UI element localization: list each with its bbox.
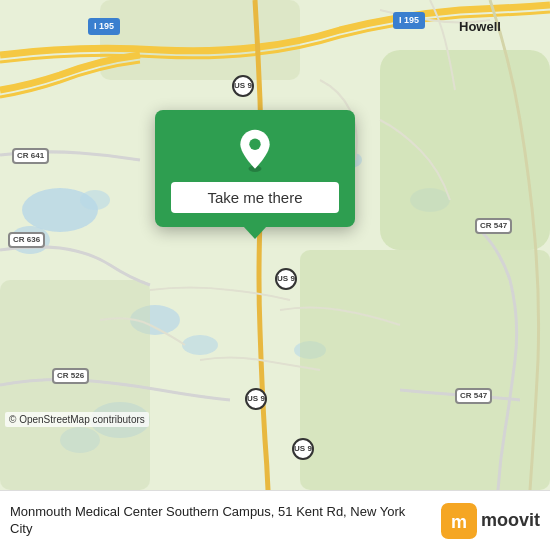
svg-point-16 [249,139,260,150]
road-label-cr636: CR 636 [8,232,45,248]
address-text: Monmouth Medical Center Southern Campus,… [10,504,431,538]
map-view: I 195 I 195 US 9 US 9 US 9 US 9 CR 641 C… [0,0,550,490]
road-label-i195-left: I 195 [88,18,120,35]
road-label-us9-mid: US 9 [275,268,297,290]
road-label-us9-bot2: US 9 [292,438,314,460]
road-label-cr526: CR 526 [52,368,89,384]
road-label-i195-right: I 195 [393,12,425,29]
road-label-cr547-top: CR 547 [475,218,512,234]
road-label-us9-bot: US 9 [245,388,267,410]
road-label-cr547-bot: CR 547 [455,388,492,404]
moovit-text: moovit [481,510,540,531]
svg-rect-14 [100,0,300,80]
road-label-cr641: CR 641 [12,148,49,164]
location-pin-icon [233,128,277,172]
moovit-logo-icon: m [441,503,477,539]
take-me-there-button[interactable]: Take me there [171,182,339,213]
svg-point-5 [182,335,218,355]
road-label-us9-top: US 9 [232,75,254,97]
howell-label: Howell [459,19,501,34]
svg-point-3 [80,190,110,210]
bottom-bar: Monmouth Medical Center Southern Campus,… [0,490,550,550]
map-attribution: © OpenStreetMap contributors [5,412,149,427]
moovit-logo: m moovit [441,503,540,539]
svg-text:m: m [451,512,467,532]
location-popup: Take me there [155,110,355,227]
